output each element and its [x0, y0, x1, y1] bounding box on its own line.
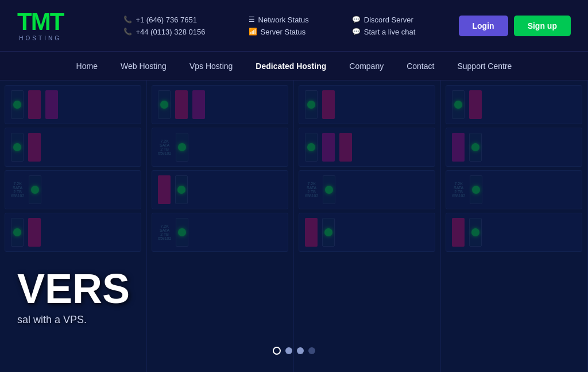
carousel-dot-4[interactable] — [308, 347, 315, 354]
phone2-icon: 📞 — [123, 28, 132, 36]
nav-company[interactable]: Company — [349, 59, 384, 74]
hero-section: 7.2KSATA2 TB658102 7.2KSA — [0, 80, 588, 372]
network-status-icon: ☰ — [249, 16, 255, 24]
logo-hosting: HOSTING — [17, 35, 63, 41]
auth-buttons: Login Sign up — [459, 16, 571, 36]
nav-vps-hosting[interactable]: Vps Hosting — [189, 59, 233, 74]
discord-label: Discord Server — [364, 16, 413, 24]
phone1-icon: 📞 — [123, 16, 132, 24]
discord-icon: 💬 — [352, 16, 361, 24]
network-status-label: Network Status — [258, 16, 309, 24]
phone2-text: +44 (0113) 328 0156 — [136, 28, 205, 36]
nav-support[interactable]: Support Centre — [457, 59, 512, 74]
signup-button[interactable]: Sign up — [514, 16, 571, 36]
server-status-link[interactable]: 📶 Server Status — [249, 28, 309, 36]
discord-link[interactable]: 💬 Discord Server — [352, 16, 416, 24]
top-bar: TMT HOSTING 📞 +1 (646) 736 7651 📞 +44 (0… — [0, 0, 588, 52]
nav-home[interactable]: Home — [76, 59, 98, 74]
live-chat-link[interactable]: 💬 Start a live chat — [352, 28, 416, 36]
nav-dedicated-hosting[interactable]: Dedicated Hosting — [256, 59, 326, 74]
logo-area: TMT HOSTING — [17, 10, 63, 41]
carousel-dot-1[interactable] — [273, 347, 281, 355]
contact-info: 📞 +1 (646) 736 7651 📞 +44 (0113) 328 015… — [123, 16, 205, 36]
hero-content: VERS sal with a VPS. — [17, 268, 130, 326]
extra-links: 💬 Discord Server 💬 Start a live chat — [352, 16, 416, 36]
phone2-item[interactable]: 📞 +44 (0113) 328 0156 — [123, 28, 205, 36]
phone1-item[interactable]: 📞 +1 (646) 736 7651 — [123, 16, 205, 24]
status-links: ☰ Network Status 📶 Server Status — [249, 16, 309, 36]
network-status-link[interactable]: ☰ Network Status — [249, 16, 309, 24]
hero-title: VERS — [17, 268, 130, 309]
phone1-text: +1 (646) 736 7651 — [136, 16, 197, 24]
carousel-dot-3[interactable] — [297, 347, 304, 354]
logo-text: TMT — [17, 10, 63, 34]
carousel-dots — [273, 347, 315, 355]
live-chat-icon: 💬 — [352, 28, 361, 36]
nav-contact[interactable]: Contact — [407, 59, 434, 74]
hero-overlay — [0, 80, 588, 372]
server-status-label: Server Status — [261, 28, 306, 36]
hero-subtitle: sal with a VPS. — [17, 314, 130, 326]
server-status-icon: 📶 — [249, 28, 257, 36]
login-button[interactable]: Login — [459, 16, 508, 36]
nav-web-hosting[interactable]: Web Hosting — [121, 59, 167, 74]
nav-bar: Home Web Hosting Vps Hosting Dedicated H… — [0, 52, 588, 80]
carousel-dot-2[interactable] — [285, 347, 292, 354]
live-chat-label: Start a live chat — [364, 28, 416, 36]
